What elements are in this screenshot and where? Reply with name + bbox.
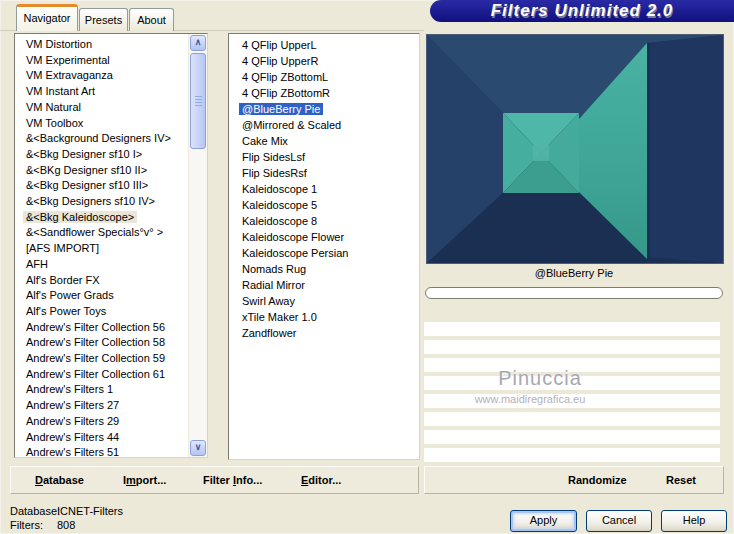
list-item-label: Alf's Power Grads (23, 289, 117, 301)
list-item-label: &<Bkg Designer sf10 III> (23, 179, 151, 191)
list-item[interactable]: Kaleidoscope 5 (239, 197, 419, 213)
list-item[interactable]: VM Natural (23, 100, 207, 116)
list-item[interactable]: @BlueBerry Pie (239, 101, 419, 117)
category-items: VM DistortionVM ExperimentalVM Extravaga… (23, 37, 207, 458)
list-item[interactable]: Flip SidesLsf (239, 149, 419, 165)
list-item[interactable]: Andrew's Filters 27 (23, 398, 207, 414)
preview-caption: @BlueBerry Pie (424, 265, 724, 283)
list-item[interactable]: AFH (23, 257, 207, 273)
button-label: Cancel (602, 514, 636, 526)
database-button[interactable]: Database (35, 474, 84, 486)
list-item-label: Andrew's Filter Collection 59 (23, 352, 168, 364)
list-item-label: VM Distortion (23, 38, 95, 50)
list-item-label: xTile Maker 1.0 (239, 311, 320, 323)
list-item[interactable]: VM Experimental (23, 53, 207, 69)
list-item-label: VM Toolbox (23, 117, 86, 129)
editor-button[interactable]: Editor... (301, 474, 341, 486)
list-item[interactable]: Alf's Power Toys (23, 304, 207, 320)
tab-label: About (137, 14, 166, 26)
scrollbar[interactable]: ∧ ∨ (188, 34, 207, 457)
scroll-down-button[interactable]: ∨ (190, 440, 206, 456)
list-item[interactable]: 4 QFlip UpperR (239, 53, 419, 69)
list-item[interactable]: 4 QFlip ZBottomL (239, 69, 419, 85)
list-item[interactable]: Cake Mix (239, 133, 419, 149)
list-item-label: @Mirrored & Scaled (239, 119, 344, 131)
list-item[interactable]: &<Sandflower Specials°v° > (23, 225, 207, 241)
cancel-button[interactable]: Cancel (586, 510, 652, 532)
tab-presets[interactable]: Presets (79, 8, 128, 31)
list-item[interactable]: [AFS IMPORT] (23, 241, 207, 257)
list-item[interactable]: VM Extravaganza (23, 68, 207, 84)
status-database-value: ICNET-Filters (57, 505, 123, 517)
list-item[interactable]: Andrew's Filter Collection 61 (23, 367, 207, 383)
tab-navigator[interactable]: Navigator (16, 4, 78, 31)
list-item-label: Cake Mix (239, 135, 291, 147)
list-item[interactable]: &<Bkg Designer sf10 III> (23, 178, 207, 194)
list-item[interactable]: &<Bkg Kaleidoscope> (23, 210, 207, 226)
tool-button-label: nfo... (236, 474, 262, 486)
list-item[interactable]: xTile Maker 1.0 (239, 309, 419, 325)
list-item-label: [AFS IMPORT] (23, 242, 102, 254)
list-item-label: Flip SidesRsf (239, 167, 310, 179)
tab-about[interactable]: About (129, 8, 174, 31)
scroll-up-button[interactable]: ∧ (190, 35, 206, 51)
list-item[interactable]: VM Distortion (23, 37, 207, 53)
tab-label: Navigator (23, 12, 70, 24)
preview-slider[interactable] (425, 287, 723, 299)
list-item[interactable]: Andrew's Filters 29 (23, 414, 207, 430)
list-item[interactable]: Radial Mirror (239, 277, 419, 293)
list-item[interactable]: Kaleidoscope Persian (239, 245, 419, 261)
import-button[interactable]: Import... (123, 474, 166, 486)
list-item[interactable]: Alf's Border FX (23, 273, 207, 289)
list-item-label: Kaleidoscope 8 (239, 215, 320, 227)
randomize-button[interactable]: Randomize (568, 474, 627, 486)
filter-info-button[interactable]: Filter Info... (203, 474, 262, 486)
list-item[interactable]: VM Toolbox (23, 116, 207, 132)
list-item-label: Andrew's Filter Collection 58 (23, 336, 168, 348)
list-item[interactable]: Swirl Away (239, 293, 419, 309)
button-label: Apply (530, 514, 558, 526)
list-item[interactable]: VM Instant Art (23, 84, 207, 100)
filter-list: 4 QFlip UpperL4 QFlip UpperR4 QFlip ZBot… (228, 33, 420, 460)
preview-empty-row (424, 322, 720, 336)
list-item[interactable]: Kaleidoscope 8 (239, 213, 419, 229)
list-item[interactable]: &<BKg Designer sf10 II> (23, 163, 207, 179)
list-item[interactable]: Kaleidoscope Flower (239, 229, 419, 245)
list-item[interactable]: 4 QFlip UpperL (239, 37, 419, 53)
tool-button-label: m (126, 474, 136, 486)
apply-button[interactable]: Apply (510, 510, 577, 532)
list-item-label: 4 QFlip ZBottomR (239, 87, 333, 99)
list-item[interactable]: Flip SidesRsf (239, 165, 419, 181)
reset-button[interactable]: Reset (666, 474, 696, 486)
list-item[interactable]: Kaleidoscope 1 (239, 181, 419, 197)
button-label: Help (683, 514, 706, 526)
preview-empty-row (424, 412, 720, 426)
list-item[interactable]: Andrew's Filter Collection 58 (23, 335, 207, 351)
list-item[interactable]: &<Bkg Designer sf10 I> (23, 147, 207, 163)
list-item[interactable]: &<Background Designers IV> (23, 131, 207, 147)
list-item[interactable]: 4 QFlip ZBottomR (239, 85, 419, 101)
list-item-label: 4 QFlip UpperL (239, 39, 320, 51)
list-item[interactable]: Zandflower (239, 325, 419, 341)
list-item[interactable]: @Mirrored & Scaled (239, 117, 419, 133)
list-item-label: Andrew's Filters 27 (23, 399, 122, 411)
tool-button-label: Randomize (568, 474, 627, 486)
help-button[interactable]: Help (661, 510, 727, 532)
status-filters-label: Filters: (10, 519, 43, 531)
list-item-label: Nomads Rug (239, 263, 309, 275)
watermark-url: www.maidiregrafica.eu (424, 393, 636, 405)
list-item[interactable]: Andrew's Filters 1 (23, 382, 207, 398)
list-item[interactable]: Andrew's Filters 51 (23, 445, 207, 458)
list-item[interactable]: Andrew's Filters 44 (23, 430, 207, 446)
list-item[interactable]: Andrew's Filter Collection 59 (23, 351, 207, 367)
list-item[interactable]: &<Bkg Designers sf10 IV> (23, 194, 207, 210)
list-item[interactable]: Alf's Power Grads (23, 288, 207, 304)
preview-empty-row (424, 448, 720, 462)
list-item-label: Andrew's Filters 1 (23, 383, 116, 395)
toolbar-right: RandomizeReset (424, 466, 724, 494)
preview-empty-row (424, 430, 720, 444)
scroll-thumb[interactable] (190, 53, 206, 149)
list-item[interactable]: Andrew's Filter Collection 56 (23, 320, 207, 336)
list-item-label: @BlueBerry Pie (239, 103, 323, 115)
list-item[interactable]: Nomads Rug (239, 261, 419, 277)
